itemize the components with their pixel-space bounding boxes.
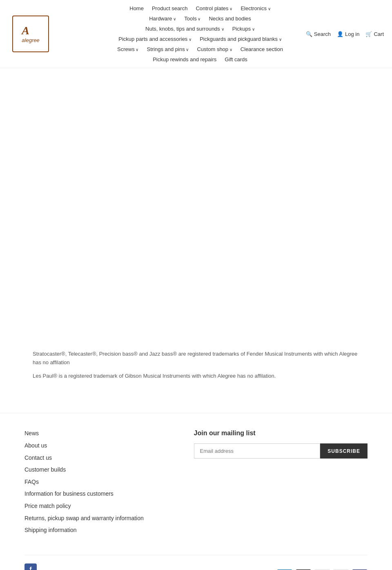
mailing-form: SUBSCRIBE <box>194 443 368 459</box>
nav-gift-cards[interactable]: Gift cards <box>220 55 252 64</box>
price-match-link[interactable]: Price match policy <box>24 502 169 510</box>
search-label: Search <box>314 31 331 37</box>
nav-row-1: Home Product search Control plates Elect… <box>57 4 343 13</box>
email-input[interactable] <box>194 443 321 459</box>
disclaimer-fender: Stratocaster®, Telecaster®, Precision ba… <box>33 350 359 367</box>
main-content: Stratocaster®, Telecaster®, Precision ba… <box>0 68 392 413</box>
footer-bottom-left: f © 2018, Alegree Powered by Shopify <box>24 563 107 570</box>
nav-pickguards[interactable]: Pickguards and pickguard blanks <box>196 35 286 43</box>
subscribe-button[interactable]: SUBSCRIBE <box>320 443 368 459</box>
returns-link[interactable]: Returns, pickup swap and warranty inform… <box>24 514 169 523</box>
logo-letter: A <box>22 25 39 36</box>
contact-us-link[interactable]: Contact us <box>24 454 169 462</box>
nav-row-4: Pickup parts and accessories Pickguards … <box>57 35 343 43</box>
disclaimer-gibson: Les Paul® is a registered trademark of G… <box>33 372 359 381</box>
shipping-link[interactable]: Shipping information <box>24 526 169 534</box>
mailing-heading: Join our mailing list <box>194 430 368 437</box>
footer-mailing: Join our mailing list SUBSCRIBE <box>194 430 368 538</box>
nav-row-6: Pickup rewinds and repairs Gift cards <box>57 55 343 64</box>
disclaimer: Stratocaster®, Telecaster®, Precision ba… <box>20 342 372 388</box>
nav-screws[interactable]: Screws <box>113 45 143 53</box>
cart-button[interactable]: 🛒 Cart <box>365 31 384 37</box>
logo-name: alegree <box>22 37 39 43</box>
nav-nuts-knobs[interactable]: Nuts, knobs, tips and surrounds <box>141 24 228 33</box>
cart-label: Cart <box>374 31 384 37</box>
footer-links: News About us Contact us Customer builds… <box>24 430 169 538</box>
site-footer: News About us Contact us Customer builds… <box>0 413 392 570</box>
nav-tools[interactable]: Tools <box>180 14 205 23</box>
nav-clearance[interactable]: Clearance section <box>236 45 287 53</box>
nav-hardware[interactable]: Hardware <box>145 14 180 23</box>
facebook-link[interactable]: f <box>24 564 37 570</box>
nav-row-3: Nuts, knobs, tips and surrounds Pickups <box>57 24 343 33</box>
header-icons: 🔍 Search 👤 Log in 🛒 Cart <box>306 31 384 37</box>
business-link[interactable]: Information for business customers <box>24 490 169 498</box>
faqs-link[interactable]: FAQs <box>24 478 169 486</box>
site-header: A alegree Home Product search Control pl… <box>0 0 392 68</box>
footer-bottom: f © 2018, Alegree Powered by Shopify AME… <box>24 555 368 570</box>
nav-home[interactable]: Home <box>125 4 148 13</box>
footer-top: News About us Contact us Customer builds… <box>24 430 368 538</box>
nav-product-search[interactable]: Product search <box>148 4 192 13</box>
nav-control-plates[interactable]: Control plates <box>192 4 236 13</box>
nav-pickup-parts[interactable]: Pickup parts and accessories <box>114 35 196 43</box>
nav-row-5: Screws Strings and pins Custom shop Clea… <box>57 45 343 53</box>
search-button[interactable]: 🔍 Search <box>306 31 331 37</box>
about-us-link[interactable]: About us <box>24 442 169 450</box>
nav-pickups[interactable]: Pickups <box>228 24 259 33</box>
customer-builds-link[interactable]: Customer builds <box>24 466 169 474</box>
logo[interactable]: A alegree <box>12 16 49 52</box>
footer-social: f <box>24 563 107 570</box>
nav-custom-shop[interactable]: Custom shop <box>193 45 236 53</box>
nav-necks-bodies[interactable]: Necks and bodies <box>205 14 255 23</box>
cart-icon: 🛒 <box>365 31 372 37</box>
nav-electronics[interactable]: Electronics <box>236 4 274 13</box>
facebook-icon: f <box>24 563 37 570</box>
news-link[interactable]: News <box>24 430 169 438</box>
person-icon: 👤 <box>337 31 343 37</box>
login-label: Log in <box>345 31 359 37</box>
login-button[interactable]: 👤 Log in <box>337 31 359 37</box>
nav-row-2: Hardware Tools Necks and bodies <box>57 14 343 23</box>
search-icon: 🔍 <box>306 31 312 37</box>
nav-strings-pins[interactable]: Strings and pins <box>143 45 193 53</box>
nav-pickup-rewinds[interactable]: Pickup rewinds and repairs <box>149 55 220 64</box>
